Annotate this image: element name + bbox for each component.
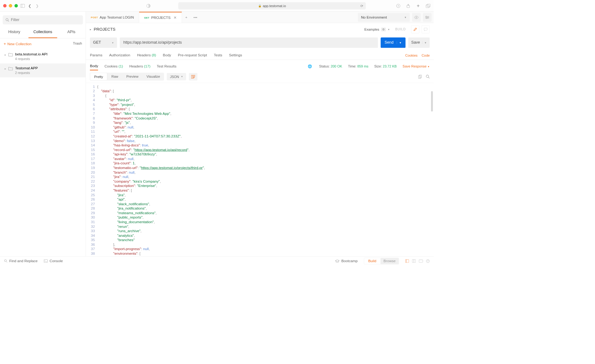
search-icon[interactable] xyxy=(426,75,430,79)
subtab-prerequest[interactable]: Pre-request Script xyxy=(178,51,207,60)
svg-rect-20 xyxy=(419,75,421,78)
bootcamp-button[interactable]: Bootcamp xyxy=(335,259,358,263)
address-bar[interactable]: 🔒 app.testomat.io ⟳ xyxy=(178,2,366,9)
scrollbar-thumb[interactable] xyxy=(431,91,433,112)
close-window[interactable] xyxy=(3,4,7,7)
filter-input[interactable]: Filter xyxy=(3,15,83,24)
layout-single-icon[interactable] xyxy=(405,259,409,262)
console-button[interactable]: Console xyxy=(44,259,63,263)
request-tab[interactable]: POST App Testomat LOGIN xyxy=(86,12,139,23)
find-replace-button[interactable]: Find and Replace xyxy=(4,259,37,263)
url-input[interactable]: https://app.testomat.io/api/projects xyxy=(120,37,378,48)
build-label: BUILD xyxy=(395,28,406,31)
expand-icon[interactable]: ▸ xyxy=(90,28,91,31)
method-select[interactable]: GET▼ xyxy=(90,37,117,48)
close-icon[interactable]: ✕ xyxy=(174,15,176,20)
browse-button[interactable]: Browse xyxy=(380,258,399,264)
maximize-window[interactable] xyxy=(15,4,18,7)
svg-line-24 xyxy=(6,262,7,262)
chevron-down-icon: ▼ xyxy=(112,41,114,44)
resp-tab-cookies[interactable]: Cookies (1) xyxy=(104,63,123,70)
build-button[interactable]: Build xyxy=(364,258,380,264)
globe-icon[interactable]: 🌐 xyxy=(308,64,312,68)
resp-tab-tests[interactable]: Test Results xyxy=(157,63,177,70)
examples-dropdown[interactable]: Examples 0 ▼ xyxy=(364,28,390,31)
nav-back-icon[interactable]: ❮ xyxy=(27,3,32,8)
tab-label: App Testomat LOGIN xyxy=(100,15,134,19)
view-pretty[interactable]: Pretty xyxy=(90,73,107,81)
collection-item[interactable]: ▸ Testomat APP 2 requests xyxy=(0,63,86,77)
resp-tab-body[interactable]: Body xyxy=(90,62,98,70)
copy-icon[interactable] xyxy=(418,75,422,79)
shield-icon[interactable] xyxy=(146,3,151,8)
format-select[interactable]: JSON▼ xyxy=(167,73,186,80)
request-tab[interactable]: GET PROJECTS ✕ xyxy=(139,12,182,23)
svg-rect-5 xyxy=(426,5,429,7)
wrap-lines-icon[interactable] xyxy=(189,73,198,80)
subtab-authorization[interactable]: Authorization xyxy=(109,51,130,60)
tab-history[interactable]: History xyxy=(0,27,29,38)
svg-point-21 xyxy=(426,75,429,77)
svg-rect-0 xyxy=(20,4,25,7)
share-icon[interactable] xyxy=(406,3,411,8)
resp-tab-headers[interactable]: Headers (17) xyxy=(129,63,150,70)
subtab-params[interactable]: Params xyxy=(90,51,102,60)
subtab-body[interactable]: Body xyxy=(163,51,171,60)
nav-forward-icon[interactable]: ❯ xyxy=(35,3,40,8)
svg-rect-6 xyxy=(427,4,430,6)
subtab-headers[interactable]: Headers (8) xyxy=(137,51,156,60)
svg-rect-19 xyxy=(418,76,421,78)
subtab-settings[interactable]: Settings xyxy=(229,51,242,60)
chevron-down-icon[interactable]: ▼ xyxy=(422,41,427,44)
svg-rect-26 xyxy=(405,259,409,262)
sidebar-toggle-icon[interactable] xyxy=(20,3,25,8)
env-settings-icon[interactable] xyxy=(423,13,432,22)
env-preview-icon[interactable] xyxy=(412,13,421,22)
tab-apis[interactable]: APIs xyxy=(57,27,86,38)
new-tab-icon[interactable]: + xyxy=(416,3,421,8)
tabs-icon[interactable] xyxy=(425,3,430,8)
json-code: { "data": [ { "id": "third-pr", "type": … xyxy=(97,84,434,252)
chevron-right-icon: ▸ xyxy=(5,67,6,71)
send-button[interactable]: Send▼ xyxy=(381,37,405,48)
view-raw[interactable]: Raw xyxy=(107,73,122,81)
svg-text:?: ? xyxy=(427,260,429,262)
tab-overflow-icon[interactable]: ••• xyxy=(191,12,200,23)
save-response-button[interactable]: Save Response ▼ xyxy=(403,64,430,68)
download-icon[interactable] xyxy=(396,3,401,8)
subtab-tests[interactable]: Tests xyxy=(214,51,222,60)
collection-item[interactable]: ▸ beta.testomat.io API 4 requests xyxy=(0,50,86,63)
save-button[interactable]: Save▼ xyxy=(408,37,430,48)
minimize-window[interactable] xyxy=(9,4,12,7)
keyboard-shortcuts-icon[interactable] xyxy=(419,260,423,262)
environment-select[interactable]: No Environment▼ xyxy=(358,13,410,22)
trash-link[interactable]: Trash xyxy=(73,41,82,46)
help-icon[interactable]: ? xyxy=(426,259,430,263)
comment-icon[interactable] xyxy=(421,25,430,33)
svg-point-9 xyxy=(416,17,417,18)
svg-line-8 xyxy=(8,20,9,21)
line-gutter: 1234567891011121314151617181920212223242… xyxy=(86,84,97,252)
layout-split-icon[interactable] xyxy=(412,259,416,262)
chevron-down-icon: ▼ xyxy=(181,75,183,78)
edit-icon[interactable] xyxy=(411,25,419,33)
cookies-link[interactable]: Cookies xyxy=(405,53,418,57)
tab-collections[interactable]: Collections xyxy=(29,27,57,38)
search-icon xyxy=(5,18,9,22)
response-body-editor[interactable]: 1234567891011121314151617181920212223242… xyxy=(86,83,434,256)
browser-titlebar: ❮ ❯ 🔒 app.testomat.io ⟳ + xyxy=(0,0,434,12)
reload-icon[interactable]: ⟳ xyxy=(360,4,363,8)
view-preview[interactable]: Preview xyxy=(122,73,143,81)
chevron-down-icon: ▼ xyxy=(388,28,390,31)
new-collection-button[interactable]: +New Collection xyxy=(4,41,32,46)
main-panel: POST App Testomat LOGIN GET PROJECTS ✕ +… xyxy=(86,12,434,256)
folder-icon xyxy=(8,53,13,56)
view-visualize[interactable]: Visualize xyxy=(143,73,164,81)
code-link[interactable]: Code xyxy=(421,53,430,57)
svg-point-7 xyxy=(6,19,8,21)
collection-name: Testomat APP xyxy=(15,66,38,70)
svg-rect-25 xyxy=(44,259,48,262)
new-tab-button[interactable]: + xyxy=(182,12,191,23)
lock-icon: 🔒 xyxy=(258,4,262,7)
chevron-down-icon[interactable]: ▼ xyxy=(397,41,402,44)
